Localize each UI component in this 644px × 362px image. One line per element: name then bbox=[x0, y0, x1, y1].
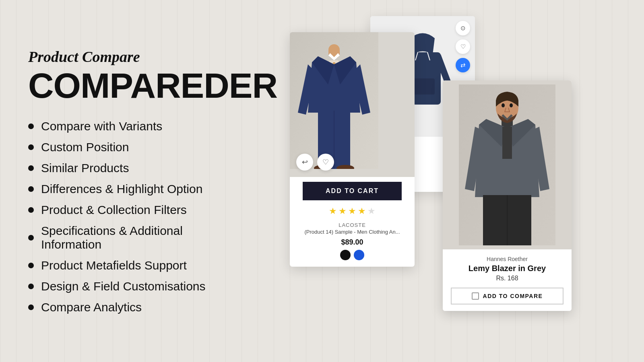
feature-label-compare-variants: Compare with Variants bbox=[41, 119, 162, 133]
svg-point-17 bbox=[510, 103, 513, 107]
features-list: Compare with Variants Custom Position Si… bbox=[28, 119, 246, 314]
feature-label-specifications-info: Specifications & Additional Information bbox=[41, 224, 246, 251]
product-main-card: ↩ ♡ ADD TO CART ★ ★ ★ ★ ★ LACOSTE (Produ… bbox=[290, 32, 415, 267]
product-description: (Product 14) Sample - Men Clothing An... bbox=[296, 229, 408, 235]
bullet-specifications-info bbox=[28, 235, 34, 241]
heart-icon-main[interactable]: ♡ bbox=[317, 154, 334, 171]
feature-label-metafields-support: Product Metafields Support bbox=[41, 259, 187, 272]
compare-checkbox bbox=[472, 292, 479, 300]
product-image-container: ↩ ♡ bbox=[290, 32, 415, 177]
stars-row: ★ ★ ★ ★ ★ bbox=[290, 202, 415, 218]
feature-item-product-collection-filters: Product & Collection Filters bbox=[28, 203, 246, 217]
svg-rect-18 bbox=[502, 127, 512, 159]
feature-label-product-collection-filters: Product & Collection Filters bbox=[41, 203, 187, 217]
bullet-design-customisations bbox=[28, 284, 34, 289]
bullet-product-collection-filters bbox=[28, 207, 34, 213]
share-icon-hoodie[interactable]: ⊙ bbox=[456, 21, 470, 35]
card-icons-row: ↩ ♡ bbox=[296, 154, 334, 171]
left-panel: Product Compare COMPAREDER Compare with … bbox=[0, 24, 274, 338]
add-to-cart-button[interactable]: ADD TO CART bbox=[303, 182, 402, 200]
add-to-compare-button[interactable]: ADD TO COMPARE bbox=[451, 288, 564, 304]
feature-label-differences-highlight: Differences & Highlight Option bbox=[41, 182, 202, 196]
bullet-similar-products bbox=[28, 165, 34, 171]
app-subtitle: Product Compare bbox=[28, 48, 246, 66]
product-card-info: LACOSTE (Product 14) Sample - Men Clothi… bbox=[290, 218, 415, 267]
swatch-blue[interactable] bbox=[354, 250, 364, 260]
app-title: COMPAREDER bbox=[28, 68, 246, 103]
feature-label-compare-analytics: Compare Analytics bbox=[41, 300, 142, 314]
feature-item-specifications-info: Specifications & Additional Information bbox=[28, 224, 246, 251]
feature-label-similar-products: Similar Products bbox=[41, 161, 129, 175]
blazer-price: Rs. 168 bbox=[451, 275, 564, 282]
feature-item-differences-highlight: Differences & Highlight Option bbox=[28, 182, 246, 196]
blazer-image-area bbox=[443, 80, 572, 249]
bullet-metafields-support bbox=[28, 263, 34, 268]
bullet-differences-highlight bbox=[28, 186, 34, 192]
bullet-custom-position bbox=[28, 144, 34, 150]
svg-point-16 bbox=[502, 103, 505, 107]
heart-icon-hoodie[interactable]: ♡ bbox=[456, 39, 470, 54]
compare-icon-hoodie[interactable]: ⇄ bbox=[456, 58, 470, 72]
color-swatches bbox=[296, 250, 408, 260]
product-brand: LACOSTE bbox=[296, 222, 408, 228]
blazer-card: Hannes Roether Lemy Blazer in Grey Rs. 1… bbox=[443, 80, 572, 311]
right-panel: ⊙ ♡ ⇄ GA| ★ ★ ★ mpton F $440 bbox=[274, 0, 644, 362]
bullet-compare-variants bbox=[28, 123, 34, 129]
feature-item-custom-position: Custom Position bbox=[28, 140, 246, 154]
feature-label-design-customisations: Design & Field Customisations bbox=[41, 280, 206, 293]
feature-item-metafields-support: Product Metafields Support bbox=[28, 259, 246, 272]
feature-item-design-customisations: Design & Field Customisations bbox=[28, 280, 246, 293]
feature-label-custom-position: Custom Position bbox=[41, 140, 129, 154]
product-price: $89.00 bbox=[296, 238, 408, 247]
blazer-name: Lemy Blazer in Grey bbox=[451, 264, 564, 273]
feature-item-compare-variants: Compare with Variants bbox=[28, 119, 246, 133]
add-to-cart-container: ADD TO CART bbox=[290, 177, 415, 202]
hoodie-icons: ⊙ ♡ ⇄ bbox=[456, 21, 470, 72]
bullet-compare-analytics bbox=[28, 304, 34, 310]
swatch-black[interactable] bbox=[340, 250, 351, 260]
blazer-brand: Hannes Roether bbox=[451, 256, 564, 262]
add-to-compare-label: ADD TO COMPARE bbox=[483, 293, 543, 299]
back-icon[interactable]: ↩ bbox=[296, 154, 313, 171]
feature-item-similar-products: Similar Products bbox=[28, 161, 246, 175]
blazer-card-info: Hannes Roether Lemy Blazer in Grey Rs. 1… bbox=[443, 249, 572, 311]
suit-image bbox=[290, 32, 378, 169]
feature-item-compare-analytics: Compare Analytics bbox=[28, 300, 246, 314]
blazer-image bbox=[459, 84, 555, 245]
